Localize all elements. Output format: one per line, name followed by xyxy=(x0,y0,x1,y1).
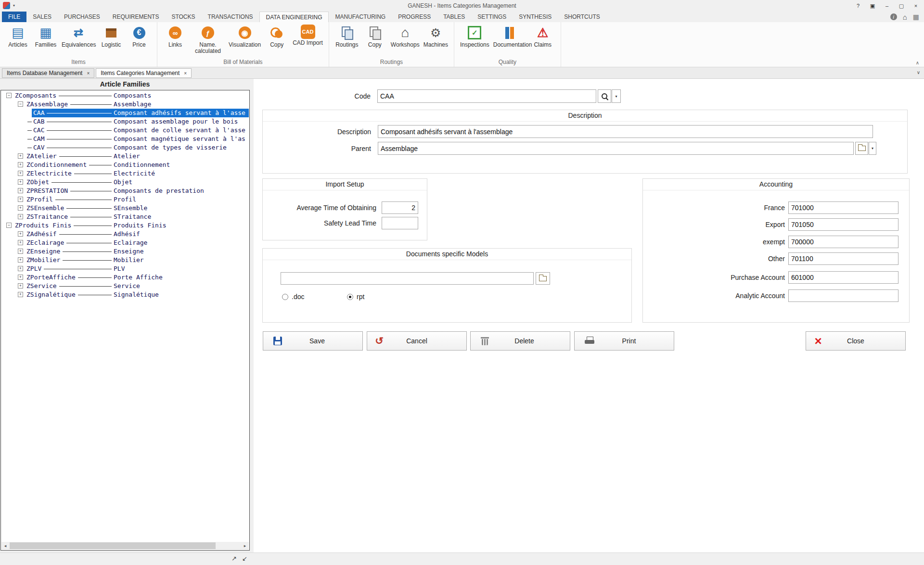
ribbon-button-name-calculated[interactable]: Name. calculated xyxy=(189,24,227,55)
doc-tabs-dropdown-icon[interactable]: ∨ xyxy=(917,70,920,75)
scroll-left-icon[interactable]: ◂ xyxy=(1,542,9,550)
expand-node-icon[interactable]: + xyxy=(18,171,23,176)
accounting-input-purchase-account[interactable] xyxy=(788,271,898,284)
collapse-node-icon[interactable]: − xyxy=(6,223,12,228)
tree-item-caa[interactable]: CAAComposant adhésifs servant à l'asse xyxy=(1,109,249,117)
accounting-input-other[interactable] xyxy=(788,252,898,265)
ribbon-button-equivalences[interactable]: Equivalences xyxy=(60,24,97,49)
expand-node-icon[interactable]: + xyxy=(18,188,23,193)
home-icon[interactable]: ⌂ xyxy=(903,13,907,21)
close-button[interactable]: Close xyxy=(806,331,906,351)
expand-node-icon[interactable]: + xyxy=(18,257,23,263)
tree-item-zproduits-finis[interactable]: −ZProduits FinisProduits Finis xyxy=(1,221,249,230)
menu-tab-settings[interactable]: SETTINGS xyxy=(471,12,513,22)
menu-tab-stocks[interactable]: STOCKS xyxy=(165,12,201,22)
tree-item-zassemblage[interactable]: −ZAssemblageAssemblage xyxy=(1,100,249,109)
menu-tab-tables[interactable]: TABLES xyxy=(437,12,471,22)
code-dropdown-button[interactable]: ▾ xyxy=(612,89,621,103)
ribbon-button-workshops[interactable]: Workshops xyxy=(389,24,422,49)
ribbon-button-inspections[interactable]: Inspections xyxy=(458,24,491,49)
tree-item-zadh-sif[interactable]: +ZAdhésifAdhésif xyxy=(1,230,249,239)
expand-panel-icon[interactable]: ↗ xyxy=(231,555,237,562)
expand-node-icon[interactable]: + xyxy=(18,240,23,245)
expand-node-icon[interactable]: + xyxy=(18,275,23,280)
expand-node-icon[interactable]: + xyxy=(18,283,23,289)
search-button[interactable] xyxy=(598,89,611,103)
ribbon-button-logistic[interactable]: Logistic xyxy=(97,24,125,49)
tree-item-zobjet[interactable]: +ZObjetObjet xyxy=(1,178,249,187)
expand-node-icon[interactable]: + xyxy=(18,162,23,167)
safety-lead-time-input[interactable] xyxy=(382,217,418,229)
collapse-panel-icon[interactable]: ↙ xyxy=(242,555,247,562)
print-button[interactable]: Print xyxy=(574,331,674,351)
tree-item-zsignal-tique[interactable]: +ZSignalétiqueSignalétique xyxy=(1,290,249,299)
ribbon-button-claims[interactable]: Claims xyxy=(529,24,557,49)
doc-tab-items-categories-management[interactable]: Items Categories Management× xyxy=(96,68,192,78)
tree-item-zplv[interactable]: +ZPLVPLV xyxy=(1,264,249,273)
tree-item-zconditionnement[interactable]: +ZConditionnementConditionnement xyxy=(1,161,249,169)
tree-item-zelectricite[interactable]: +ZElectriciteElectricité xyxy=(1,169,249,178)
parent-browse-button[interactable] xyxy=(855,142,868,155)
expand-node-icon[interactable]: + xyxy=(18,179,23,185)
expand-node-icon[interactable]: + xyxy=(18,197,23,202)
menu-tab-shortcuts[interactable]: SHORTCUTS xyxy=(558,12,606,22)
menu-tab-transactions[interactable]: TRANSACTIONS xyxy=(202,12,259,22)
scroll-right-icon[interactable]: ▸ xyxy=(241,542,249,550)
ribbon-button-links[interactable]: Links xyxy=(161,24,189,49)
expand-node-icon[interactable]: + xyxy=(18,231,23,237)
ribbon-button-families[interactable]: Families xyxy=(32,24,60,49)
close-tab-icon[interactable]: × xyxy=(184,71,187,76)
model-browse-button[interactable] xyxy=(536,272,550,285)
ribbon-button-price[interactable]: Price xyxy=(125,24,153,49)
radio-rpt[interactable]: rpt xyxy=(347,293,364,301)
grid-icon[interactable]: ▦ xyxy=(913,13,919,20)
info-icon[interactable] xyxy=(890,13,897,20)
radio-doc[interactable]: .doc xyxy=(282,293,304,301)
menu-tab-manufacturing[interactable]: MANUFACTURING xyxy=(329,12,392,22)
tree-item-zprestation[interactable]: +ZPRESTATIONComposants de prestation xyxy=(1,187,249,195)
expand-node-icon[interactable]: + xyxy=(18,214,23,219)
window-close-button[interactable]: × xyxy=(909,0,923,12)
expand-node-icon[interactable]: + xyxy=(18,292,23,297)
window-panel-button[interactable]: ▣ xyxy=(865,0,880,12)
ribbon-button-documentation[interactable]: Documentation xyxy=(491,24,529,49)
model-path-input[interactable] xyxy=(281,272,534,285)
accounting-input-france[interactable] xyxy=(788,201,898,214)
description-input[interactable] xyxy=(378,125,873,138)
tree-item-zenseigne[interactable]: +ZEnseigneEnseigne xyxy=(1,247,249,256)
close-tab-icon[interactable]: × xyxy=(87,71,90,76)
tree-item-zservice[interactable]: +ZServiceService xyxy=(1,282,249,290)
delete-button[interactable]: Delete xyxy=(470,331,570,351)
code-input[interactable] xyxy=(377,89,596,103)
expand-node-icon[interactable]: + xyxy=(18,153,23,159)
scrollbar-thumb[interactable] xyxy=(10,542,216,549)
expand-node-icon[interactable]: + xyxy=(18,249,23,254)
parent-input[interactable] xyxy=(378,142,854,155)
tree-item-zeclairage[interactable]: +ZEclairageEclairage xyxy=(1,239,249,247)
ribbon-button-routings[interactable]: Routings xyxy=(333,24,361,49)
tree-item-cac[interactable]: CACComposant de colle servant à l'asse xyxy=(1,126,249,135)
tree-item-cav[interactable]: CAVComposant de types de visserie xyxy=(1,143,249,152)
ribbon-button-visualization[interactable]: Visualization xyxy=(227,24,263,49)
cancel-button[interactable]: Cancel xyxy=(367,331,467,351)
ribbon-button-copy[interactable]: Copy xyxy=(361,24,389,49)
menu-tab-requirements[interactable]: REQUIREMENTS xyxy=(106,12,166,22)
tree-item-zcomposants[interactable]: −ZComposantsComposants xyxy=(1,91,249,100)
menu-tab-progress[interactable]: PROGRESS xyxy=(392,12,437,22)
tree-item-zsensemble[interactable]: +ZSEnsembleSEnsemble xyxy=(1,204,249,213)
ribbon-button-machines[interactable]: Machines xyxy=(422,24,450,49)
average-time-input[interactable] xyxy=(382,201,418,214)
tree-item-zmobilier[interactable]: +ZMobilierMobilier xyxy=(1,256,249,264)
tree-item-cam[interactable]: CAMComposant magnétique servant à l'as xyxy=(1,135,249,143)
accounting-input-exempt[interactable] xyxy=(788,236,898,248)
menu-tab-sales[interactable]: SALES xyxy=(26,12,58,22)
ribbon-button-cad-import[interactable]: CADCAD Import xyxy=(291,24,325,47)
expand-node-icon[interactable]: + xyxy=(18,205,23,211)
parent-dropdown-button[interactable]: ▾ xyxy=(869,142,876,155)
tree-item-zporteaffiche[interactable]: +ZPorteAffichePorte Affiche xyxy=(1,273,249,282)
collapse-ribbon-icon[interactable]: ∧ xyxy=(916,60,919,65)
expand-node-icon[interactable]: + xyxy=(18,266,23,271)
window-minimize-button[interactable]: – xyxy=(880,0,894,12)
menu-tab-synthesis[interactable]: SYNTHESIS xyxy=(513,12,558,22)
window-maximize-button[interactable]: ▢ xyxy=(894,0,909,12)
